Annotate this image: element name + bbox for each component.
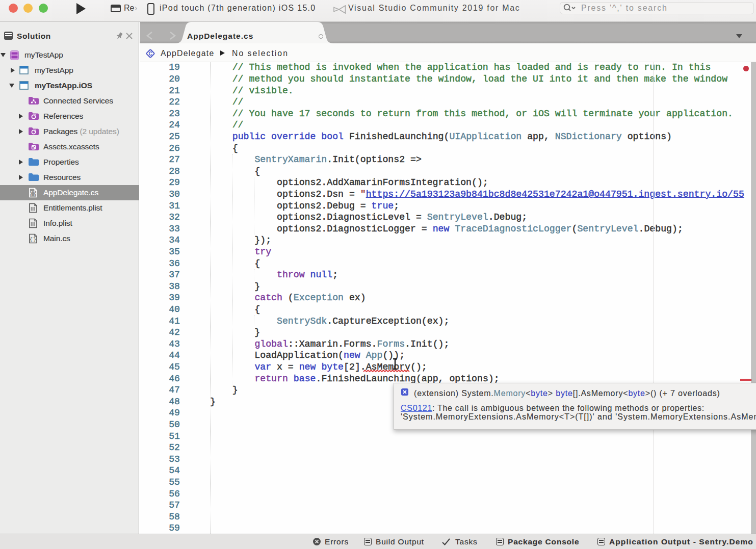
svg-text:{}: {} <box>30 237 37 243</box>
svg-text:{}: {} <box>30 191 37 197</box>
svg-text:C: C <box>148 51 152 57</box>
